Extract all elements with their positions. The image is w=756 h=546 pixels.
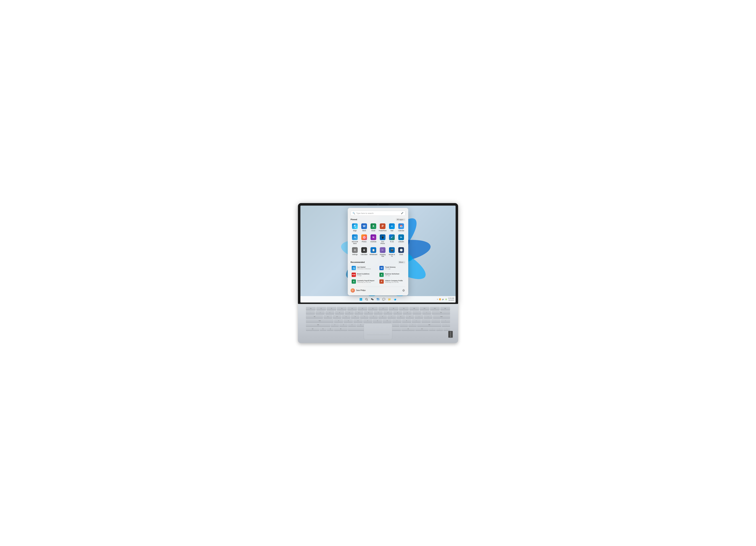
app-movies[interactable]: 🎬 Movies & TV [388,246,396,258]
key-6[interactable]: 6 [364,311,373,314]
search-placeholder[interactable]: Type here to search [356,212,400,214]
user-info[interactable]: S Sara Philips [351,288,366,292]
app-word[interactable]: W Word [360,222,368,233]
power-button[interactable]: ⏻ [401,288,405,292]
taskbar-fileexplorer[interactable]: 📁 [387,297,392,302]
key-del[interactable]: Del [440,307,450,310]
taskbar-widgets[interactable] [376,297,380,302]
key-a[interactable]: A [334,319,343,322]
app-calculator[interactable]: 🖩 Calculator [360,246,368,258]
app-clock[interactable]: 🕐 Clock [397,246,405,258]
key-esc[interactable]: Esc [306,307,316,310]
app-settings[interactable]: ⚙ Settings [351,246,359,258]
key-rshift[interactable]: Shift [417,323,442,327]
key-q[interactable]: Q [324,315,332,318]
taskbar-arrow-icon[interactable]: ∧ [437,298,438,300]
key-2[interactable]: 2 [325,311,334,314]
key-7[interactable]: 7 [374,311,383,314]
key-9[interactable]: 9 [393,311,402,314]
key-down[interactable]: ↓ [436,327,443,331]
key-rbracket[interactable]: ] [424,315,432,318]
key-8[interactable]: 8 [383,311,392,314]
key-c[interactable]: C [348,323,356,327]
key-minus[interactable]: - [412,311,421,314]
key-backtick[interactable]: ` [306,311,315,314]
touchpad[interactable] [364,323,392,339]
app-calendar[interactable]: 📅 Calendar [397,222,405,233]
app-edge[interactable]: Edge [351,222,359,233]
key-u[interactable]: U [378,315,387,318]
key-f11[interactable]: F11 [420,307,429,310]
key-lshift[interactable]: Shift [306,323,330,327]
key-f3[interactable]: F3 [337,307,347,310]
key-f2[interactable]: F2 [327,307,336,310]
key-semicolon[interactable]: ; [421,319,431,322]
key-r[interactable]: R [351,315,359,318]
taskbar-taskview[interactable] [370,297,375,302]
start-button[interactable] [358,297,363,302]
key-y[interactable]: Y [369,315,378,318]
key-s[interactable]: S [344,319,353,322]
rec-brand[interactable]: PDF Brand Guidelines 7h ago [351,272,378,278]
key-v[interactable]: V [357,323,365,327]
key-5[interactable]: 5 [354,311,363,314]
key-g[interactable]: G [373,319,382,322]
key-rctrl[interactable]: Ctrl [415,327,429,331]
app-snipping[interactable]: ✂ Snipping Tool [378,246,387,258]
key-enter[interactable]: Enter [433,315,450,318]
key-p[interactable]: P [406,315,414,318]
key-lalt[interactable]: Alt [334,327,347,331]
key-z[interactable]: Z [331,323,339,327]
key-0[interactable]: 0 [403,311,412,314]
key-equals[interactable]: = [422,311,431,314]
app-store[interactable]: 🛍 Microsoft Store [351,233,359,246]
taskbar-clock[interactable]: 11:31 AM 01/12/22 [448,297,454,301]
key-d[interactable]: D [353,319,363,322]
key-f1[interactable]: F1 [316,307,326,310]
rec-get-started[interactable]: 🛍 Get Started Welcome to Windows [351,265,378,271]
more-button[interactable]: More › [398,261,405,264]
rec-payroll[interactable]: X Quarterly Payroll Report Yesterday at … [351,278,378,284]
key-f8[interactable]: F8 [389,307,398,310]
key-i[interactable]: I [387,315,396,318]
key-slash[interactable]: / [408,323,417,327]
key-1[interactable]: 1 [316,311,325,314]
key-comma[interactable]: , [391,323,399,327]
key-k[interactable]: K [402,319,411,322]
key-f5[interactable]: F5 [358,307,367,310]
app-yourphone[interactable]: 📱 Your Phone [378,233,387,246]
taskbar-teams[interactable]: 💬 [381,297,386,302]
key-f6[interactable]: F6 [368,307,378,310]
rec-adatum[interactable]: P Adatum Company Profile Yesterday at 2:… [378,278,405,284]
key-capslock[interactable]: Caps [306,319,334,322]
key-f9[interactable]: F9 [399,307,409,310]
key-t[interactable]: T [360,315,369,318]
app-whiteboard[interactable]: 📋 Whiteboard [369,246,378,258]
app-linkedin[interactable]: in LinkedIn [397,233,405,246]
key-backslash[interactable]: \ [441,319,450,322]
key-h[interactable]: H [383,319,392,322]
key-f[interactable]: F [363,319,372,322]
key-w[interactable]: W [333,315,341,318]
rec-expense[interactable]: X Expense Worksheet 12h ago [378,272,405,278]
key-lbracket[interactable]: [ [415,315,423,318]
key-j[interactable]: J [392,319,401,322]
rec-travel[interactable]: W Travel Itinerary 17m ago [378,265,405,271]
app-mail[interactable]: ✉ Mail [388,222,396,233]
key-x[interactable]: X [339,323,348,327]
key-o[interactable]: O [397,315,405,318]
app-excel[interactable]: X Excel [369,222,378,233]
key-e[interactable]: E [342,315,350,318]
key-4[interactable]: 4 [345,311,354,314]
key-left[interactable]: ← [429,327,436,331]
app-photos[interactable]: 🌸 Photos [360,233,368,246]
key-quote[interactable]: ' [431,319,440,322]
taskbar-search[interactable] [364,297,369,302]
key-ralt[interactable]: Alt [401,327,415,331]
key-f4[interactable]: F4 [347,307,357,310]
app-todo[interactable]: ✔ To Do [388,233,396,246]
taskbar-edge[interactable] [393,297,398,302]
key-up[interactable]: ↑ [442,323,450,327]
key-f12[interactable]: F12 [430,307,440,310]
search-bar[interactable]: 🔍 Type here to search 🎤 [351,211,405,216]
